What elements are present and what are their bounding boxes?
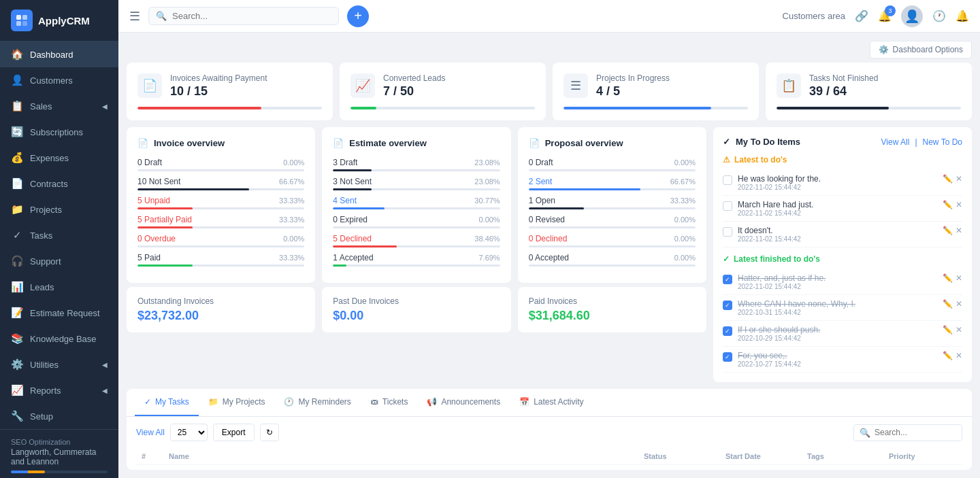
todo-new-link[interactable]: New To Do xyxy=(923,137,962,147)
mini-bar xyxy=(529,188,640,190)
tab-icon: 📢 xyxy=(427,397,437,407)
todo-view-all-link[interactable]: View All xyxy=(881,137,910,147)
add-button[interactable]: + xyxy=(347,5,369,27)
search-input[interactable] xyxy=(172,11,331,21)
todo-item: ✓ If I or she should push. 2022-10-29 15… xyxy=(723,321,962,347)
bottom-tabs-section: ✓My Tasks📁My Projects🕐My Reminders🎟Ticke… xyxy=(127,389,972,470)
mini-bar-wrap xyxy=(529,245,696,247)
tab-icon: 🕐 xyxy=(284,397,294,407)
utilities-icon: ⚙️ xyxy=(11,358,23,371)
mini-bar xyxy=(333,264,346,267)
todo-checkbox[interactable]: ✓ xyxy=(723,326,732,336)
proposal-rows: 0 Draft 0.00% 2 Sent 66.67% xyxy=(529,158,696,267)
stat-card-value: 10 / 15 xyxy=(170,84,322,99)
mini-bar-wrap xyxy=(137,207,304,209)
sidebar-item-contracts[interactable]: 📄 Contracts xyxy=(0,171,118,197)
edit-icon[interactable]: ✏️ xyxy=(943,299,953,309)
stat-card-icon: 📋 xyxy=(777,73,801,98)
todo-item: He was looking for the. 2022-11-02 15:44… xyxy=(723,170,962,196)
export-button[interactable]: Export xyxy=(213,424,255,441)
sidebar-item-setup[interactable]: 🔧 Setup xyxy=(0,403,118,429)
tab-my_reminders[interactable]: 🕐My Reminders xyxy=(274,389,360,416)
history-icon[interactable]: 🕐 xyxy=(932,10,946,22)
stat-card-icon: ☰ xyxy=(564,73,588,98)
todo-finished-section: ✓ Latest finished to do's xyxy=(723,254,962,264)
overview-row-item: 3 Draft 23.08% xyxy=(333,158,500,171)
close-icon[interactable]: ✕ xyxy=(956,299,962,309)
overview-row-label: 1 Accepted xyxy=(333,253,373,262)
sidebar-project-progress-fill xyxy=(11,471,45,473)
todo-checkbox[interactable] xyxy=(723,175,732,185)
overview-row-label: 0 Draft xyxy=(137,158,162,167)
tab-tickets[interactable]: 🎟Tickets xyxy=(361,389,418,416)
search-box[interactable]: 🔍 xyxy=(148,7,339,25)
tasks-search-box[interactable]: 🔍 xyxy=(853,424,962,441)
mini-bar-wrap xyxy=(137,264,304,267)
todo-checkbox[interactable]: ✓ xyxy=(723,275,732,284)
stat-card-header: 📋 Tasks Not Finished 39 / 64 xyxy=(777,73,961,99)
sidebar-item-utilities[interactable]: ⚙️ Utilities ◀ xyxy=(0,352,118,377)
close-icon[interactable]: ✕ xyxy=(956,174,962,184)
tab-label: Tickets xyxy=(382,397,408,407)
overview-row-label: 2 Sent xyxy=(529,177,553,186)
tasks-table-header: #NameStatusStart DateTagsPriority xyxy=(136,448,962,465)
tasks-view-all-link[interactable]: View All xyxy=(136,428,165,437)
sidebar-item-reports[interactable]: 📈 Reports ◀ xyxy=(0,377,118,403)
overview-row-item: 5 Paid 33.33% xyxy=(137,253,304,267)
edit-icon[interactable]: ✏️ xyxy=(943,325,953,335)
edit-icon[interactable]: ✏️ xyxy=(943,174,953,184)
overview-row-label: 0 Revised xyxy=(529,215,565,224)
todo-checkbox[interactable]: ✓ xyxy=(723,301,732,310)
refresh-button[interactable]: ↻ xyxy=(260,424,279,441)
outstanding-label: Outstanding Invoices xyxy=(137,296,304,306)
overview-row-label: 1 Open xyxy=(529,196,555,205)
close-icon[interactable]: ✕ xyxy=(956,200,962,209)
close-icon[interactable]: ✕ xyxy=(956,226,962,235)
overview-row-label: 5 Paid xyxy=(137,253,161,262)
todo-checkbox[interactable]: ✓ xyxy=(723,352,732,362)
close-icon[interactable]: ✕ xyxy=(956,351,962,360)
close-icon[interactable]: ✕ xyxy=(956,273,962,283)
overview-row-label: 4 Sent xyxy=(333,196,357,205)
todo-title: ✓ My To Do Items xyxy=(723,137,800,147)
tab-latest_activity[interactable]: 📅Latest Activity xyxy=(510,389,593,416)
alerts-icon[interactable]: 🔔 xyxy=(956,10,969,22)
sidebar-item-expenses[interactable]: 💰 Expenses xyxy=(0,145,118,171)
todo-item-date: 2022-10-27 15:44:42 xyxy=(738,360,937,368)
todo-item: ✓ Hatter, and, just as if he. 2022-11-02… xyxy=(723,269,962,295)
avatar[interactable]: 👤 xyxy=(901,5,923,27)
todo-checkbox[interactable] xyxy=(723,227,732,237)
menu-icon[interactable]: ☰ xyxy=(129,9,140,24)
app-logo[interactable]: ApplyCRM xyxy=(0,0,118,41)
edit-icon[interactable]: ✏️ xyxy=(943,351,953,360)
sidebar-item-projects[interactable]: 📁 Projects xyxy=(0,197,118,222)
tab-announcements[interactable]: 📢Announcements xyxy=(417,389,510,416)
sidebar-item-support[interactable]: 🎧 Support xyxy=(0,248,118,274)
sidebar-item-customers[interactable]: 👤 Customers xyxy=(0,67,118,93)
sidebar-item-dashboard[interactable]: 🏠 Dashboard xyxy=(0,41,118,67)
dashboard-options-button[interactable]: ⚙️ Dashboard Options xyxy=(870,41,972,58)
tasks-search-input[interactable] xyxy=(875,428,956,437)
check-icon: ✓ xyxy=(723,254,730,264)
topbar: ☰ 🔍 + Customers area 🔗 🔔 3 👤 🕐 🔔 xyxy=(118,0,980,33)
share-icon[interactable]: 🔗 xyxy=(855,10,868,22)
stat-progress-fill xyxy=(777,107,889,109)
sidebar-item-leads[interactable]: 📊 Leads xyxy=(0,274,118,300)
edit-icon[interactable]: ✏️ xyxy=(943,200,953,209)
sidebar-item-sales[interactable]: 📋 Sales ◀ xyxy=(0,93,118,119)
tab-my_tasks[interactable]: ✓My Tasks xyxy=(135,389,199,416)
notifications-icon[interactable]: 🔔 3 xyxy=(878,10,892,22)
sidebar-item-knowledge-base[interactable]: 📚 Knowledge Base xyxy=(0,326,118,352)
close-icon[interactable]: ✕ xyxy=(956,325,962,335)
edit-icon[interactable]: ✏️ xyxy=(943,273,953,283)
page-size-select[interactable]: 25 50 100 xyxy=(170,424,208,441)
todo-panel-wrapper: ✓ My To Do Items View All | New To Do ⚠ … xyxy=(713,127,972,382)
sidebar-item-subscriptions[interactable]: 🔄 Subscriptions xyxy=(0,119,118,145)
sidebar-item-tasks[interactable]: ✓ Tasks xyxy=(0,222,118,248)
todo-checkbox[interactable] xyxy=(723,201,732,211)
past-due-label: Past Due Invoices xyxy=(333,296,500,306)
stat-card-info: Converted Leads 7 / 50 xyxy=(383,73,535,99)
sidebar-item-estimate-request[interactable]: 📝 Estimate Request xyxy=(0,300,118,326)
edit-icon[interactable]: ✏️ xyxy=(943,226,953,235)
tab-my_projects[interactable]: 📁My Projects xyxy=(199,389,275,416)
